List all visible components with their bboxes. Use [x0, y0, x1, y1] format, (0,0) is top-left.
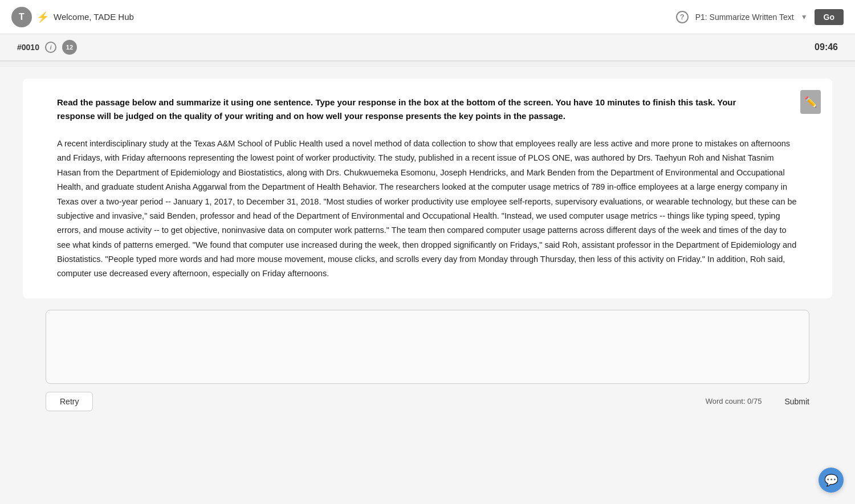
answer-textarea[interactable] — [46, 310, 809, 384]
pencil-icon: ✏️ — [800, 90, 821, 114]
instructions: Read the passage below and summarize it … — [57, 96, 798, 123]
avatar: T — [11, 7, 32, 27]
question-id: #0010 — [17, 43, 39, 52]
help-icon[interactable]: ? — [676, 11, 689, 23]
divider — [0, 61, 855, 62]
submit-button[interactable]: Submit — [784, 392, 809, 411]
footer-right: Word count: 0/75 Submit — [700, 392, 809, 411]
retry-button[interactable]: Retry — [46, 392, 93, 411]
task-label: P1: Summarize Written Text — [695, 13, 794, 22]
content-card: ✏️ Read the passage below and summarize … — [23, 79, 832, 298]
answer-box-wrapper — [23, 310, 832, 386]
header: T ⚡ Welcome, TADE Hub ? P1: Summarize Wr… — [0, 0, 855, 34]
header-left: T ⚡ Welcome, TADE Hub — [11, 7, 134, 27]
lightning-icon: ⚡ — [36, 11, 49, 23]
timer: 09:46 — [815, 42, 838, 52]
main-content: ✏️ Read the passage below and summarize … — [0, 67, 855, 504]
footer-left: Retry — [46, 392, 93, 411]
word-count: Word count: 0/75 — [706, 397, 762, 405]
info-icon[interactable]: i — [45, 42, 56, 53]
badge[interactable]: 12 — [62, 40, 77, 55]
footer: Retry Word count: 0/75 Submit — [23, 386, 832, 423]
chat-bubble[interactable]: 💬 — [819, 468, 844, 493]
passage-text: A recent interdisciplinary study at the … — [57, 137, 798, 281]
subheader-left: #0010 i 12 — [17, 40, 77, 55]
welcome-text: Welcome, TADE Hub — [54, 12, 134, 22]
chat-icon: 💬 — [824, 473, 838, 487]
subheader: #0010 i 12 09:46 — [0, 34, 855, 61]
pencil-icon-wrapper: ✏️ — [800, 90, 821, 114]
chevron-down-icon[interactable]: ▼ — [801, 13, 808, 21]
go-button[interactable]: Go — [815, 9, 844, 25]
header-right: ? P1: Summarize Written Text ▼ Go — [676, 9, 844, 25]
